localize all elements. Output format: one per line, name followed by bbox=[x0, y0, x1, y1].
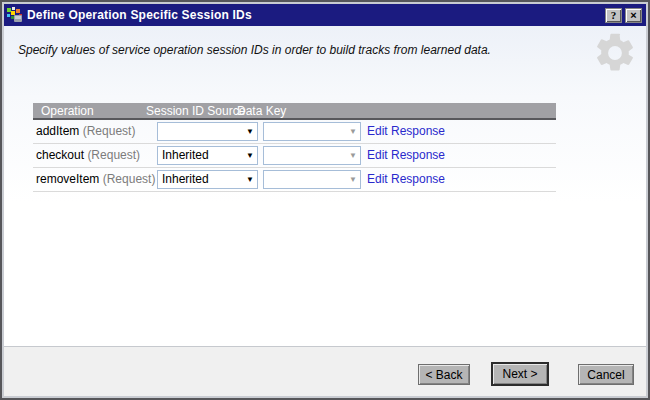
chevron-down-icon: ▼ bbox=[246, 176, 254, 184]
session-id-source-dropdown[interactable]: Inherited ▼ bbox=[157, 146, 258, 165]
chevron-down-icon: ▼ bbox=[349, 176, 357, 184]
next-button[interactable]: Next > bbox=[492, 363, 548, 385]
operation-name: checkout (Request) bbox=[36, 144, 140, 167]
cancel-button[interactable]: Cancel bbox=[578, 364, 634, 385]
wizard-description: Specify values of service operation sess… bbox=[18, 43, 491, 57]
operation-type: (Request) bbox=[83, 124, 136, 138]
chevron-down-icon: ▼ bbox=[349, 152, 357, 160]
dialog-frame: Define Operation Specific Session IDs ? … bbox=[2, 2, 648, 398]
session-id-source-dropdown[interactable]: ▼ bbox=[157, 122, 258, 141]
chevron-down-icon: ▼ bbox=[246, 128, 254, 136]
data-key-dropdown[interactable]: ▼ bbox=[263, 170, 361, 189]
gear-icon bbox=[592, 30, 638, 76]
table-header: Operation Session ID Source Data Key bbox=[33, 103, 556, 120]
window-title: Define Operation Specific Session IDs bbox=[27, 8, 602, 22]
column-header-operation: Operation bbox=[41, 103, 94, 120]
data-key-dropdown[interactable]: ▼ bbox=[263, 146, 361, 165]
chevron-down-icon: ▼ bbox=[246, 152, 254, 160]
table-row: checkout (Request) Inherited ▼ ▼ Edit Re… bbox=[33, 144, 556, 168]
operation-type: (Request) bbox=[87, 148, 140, 162]
operations-table: Operation Session ID Source Data Key add… bbox=[33, 103, 556, 192]
data-key-dropdown[interactable]: ▼ bbox=[263, 122, 361, 141]
titlebar[interactable]: Define Operation Specific Session IDs ? … bbox=[4, 4, 646, 26]
operation-name: removeItem (Request) bbox=[36, 168, 155, 191]
operation-type: (Request) bbox=[103, 172, 156, 186]
session-id-source-dropdown[interactable]: Inherited ▼ bbox=[157, 170, 258, 189]
dialog-body: Specify values of service operation sess… bbox=[4, 26, 646, 346]
help-button[interactable]: ? bbox=[605, 8, 622, 23]
back-button[interactable]: < Back bbox=[418, 364, 470, 385]
edit-response-link[interactable]: Edit Response bbox=[367, 120, 445, 143]
column-header-data-key: Data Key bbox=[237, 103, 286, 120]
table-row: addItem (Request) ▼ ▼ Edit Response bbox=[33, 120, 556, 144]
dialog-window: Define Operation Specific Session IDs ? … bbox=[0, 0, 650, 400]
table-row: removeItem (Request) Inherited ▼ ▼ Edit … bbox=[33, 168, 556, 192]
close-button[interactable]: × bbox=[625, 8, 642, 23]
app-icon bbox=[7, 7, 23, 23]
column-header-session-id-source: Session ID Source bbox=[146, 103, 245, 120]
operation-name: addItem (Request) bbox=[36, 120, 135, 143]
chevron-down-icon: ▼ bbox=[349, 128, 357, 136]
button-bar: < Back Next > Cancel bbox=[4, 346, 646, 396]
edit-response-link[interactable]: Edit Response bbox=[367, 168, 445, 191]
edit-response-link[interactable]: Edit Response bbox=[367, 144, 445, 167]
